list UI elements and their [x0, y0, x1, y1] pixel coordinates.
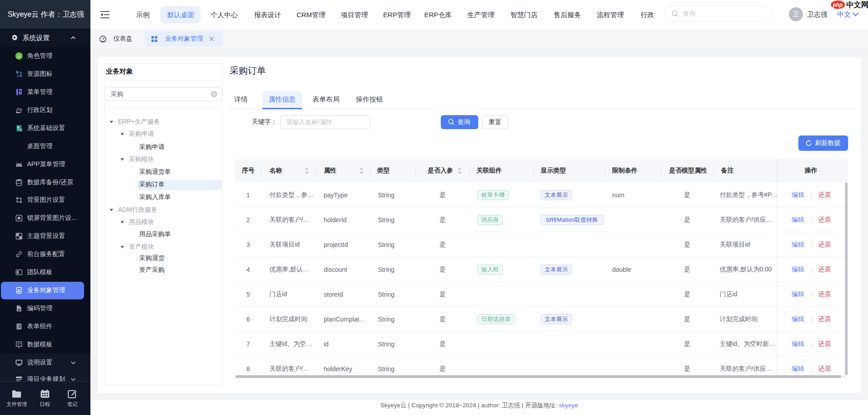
svg-text:w: w	[17, 308, 20, 311]
svg-text:A: A	[18, 54, 20, 59]
